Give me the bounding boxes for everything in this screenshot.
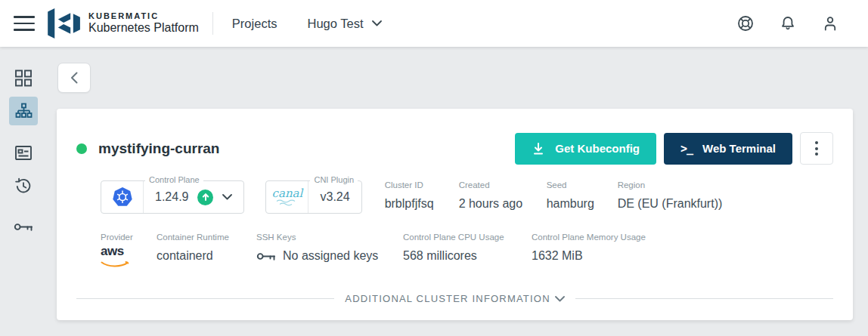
divider-line-left <box>76 298 334 299</box>
notifications-bell-icon[interactable] <box>779 14 797 32</box>
header-divider <box>212 12 213 35</box>
cluster-id-value: brblpfjfsq <box>385 197 459 211</box>
memory-usage-label: Control Plane Memory Usage <box>532 233 646 242</box>
upgrade-available-icon[interactable] <box>197 190 213 205</box>
top-bar: KUBERMATIC Kubernetes Platform Projects … <box>0 0 868 47</box>
chevron-left-icon <box>70 72 78 84</box>
help-lifebuoy-icon[interactable] <box>736 14 755 32</box>
terminal-prompt-icon: >_ <box>680 142 693 156</box>
brand-subtitle: Kubernetes Platform <box>88 21 199 35</box>
container-runtime-label: Container Runtime <box>157 233 256 242</box>
additional-info-label: ADDITIONAL CLUSTER INFORMATION <box>345 293 550 304</box>
region-value: DE (EU (Frankfurt)) <box>618 197 723 211</box>
brand-name: KUBERMATIC <box>88 11 199 21</box>
chevron-down-icon <box>555 296 565 302</box>
web-terminal-label: Web Terminal <box>702 142 776 155</box>
cni-plugin-label: CNI Plugin <box>310 175 358 184</box>
chevron-down-icon[interactable] <box>222 194 232 200</box>
aws-logo-text: aws <box>101 245 131 257</box>
created-label: Created <box>459 180 547 190</box>
ssh-keys-value: No assigned keys <box>283 249 378 263</box>
canal-waves-icon <box>275 199 299 206</box>
sidebar <box>0 47 47 336</box>
key-icon <box>256 251 276 261</box>
cluster-meta-row-2: Provider aws Container Runtime container… <box>76 233 833 271</box>
sidebar-projects-grid-icon[interactable] <box>15 69 33 87</box>
cluster-id-label: Cluster ID <box>385 180 459 190</box>
kubernetes-logo-cell <box>101 181 144 213</box>
cluster-header-row: mystifying-curran Get Kubeconfig >_ Web … <box>76 109 833 165</box>
additional-info-toggle[interactable]: ADDITIONAL CLUSTER INFORMATION <box>345 293 564 304</box>
seed-value: hamburg <box>547 197 618 211</box>
provider-field: Provider aws <box>101 233 157 271</box>
seed-label: Seed <box>547 180 618 190</box>
control-plane-version: 1.24.9 <box>155 190 188 204</box>
cluster-status-dot <box>76 143 87 154</box>
cluster-id-field: Cluster ID brblpfjfsq <box>385 180 459 211</box>
web-terminal-button[interactable]: >_ Web Terminal <box>664 133 792 165</box>
container-runtime-field: Container Runtime containerd <box>157 233 256 263</box>
control-plane-label: Control Plane <box>145 175 203 184</box>
ssh-keys-value-row: No assigned keys <box>256 249 403 263</box>
canal-logo-cell: canal <box>266 181 308 213</box>
cni-version: v3.24 <box>320 190 349 204</box>
cpu-usage-value: 568 millicores <box>403 249 532 263</box>
region-label: Region <box>618 180 723 190</box>
container-runtime-value: containerd <box>157 249 256 263</box>
sidebar-ssh-key-icon[interactable] <box>14 222 33 232</box>
sidebar-templates-panel-icon[interactable] <box>15 144 33 162</box>
back-button[interactable] <box>57 63 91 93</box>
user-account-icon[interactable] <box>821 14 839 32</box>
cluster-detail-card: mystifying-curran Get Kubeconfig >_ Web … <box>57 109 853 320</box>
project-selector-label: Hugo Test <box>307 17 363 31</box>
seed-field: Seed hamburg <box>547 180 618 211</box>
get-kubeconfig-button[interactable]: Get Kubeconfig <box>515 133 656 165</box>
created-value: 2 hours ago <box>459 197 547 211</box>
created-field: Created 2 hours ago <box>459 180 547 211</box>
download-icon <box>532 142 545 156</box>
header-actions <box>736 14 839 32</box>
control-plane-version-selector[interactable]: Control Plane <box>101 180 244 214</box>
region-field: Region DE (EU (Frankfurt)) <box>618 180 723 211</box>
memory-usage-field: Control Plane Memory Usage 1632 MiB <box>532 233 646 263</box>
clusters-tree-icon <box>15 103 33 120</box>
project-selector[interactable]: Hugo Test <box>307 17 382 31</box>
cpu-usage-field: Control Plane CPU Usage 568 millicores <box>403 233 532 263</box>
canal-logo-icon: canal <box>272 188 303 199</box>
cni-plugin-selector[interactable]: CNI Plugin canal v3.24 <box>265 180 361 214</box>
cluster-actions: Get Kubeconfig >_ Web Terminal <box>515 132 833 165</box>
cpu-usage-label: Control Plane CPU Usage <box>403 233 532 242</box>
ssh-keys-field: SSH Keys No assigned keys <box>256 233 403 263</box>
control-plane-value-cell: 1.24.9 <box>144 181 243 213</box>
get-kubeconfig-label: Get Kubeconfig <box>555 142 640 155</box>
more-options-button[interactable] <box>800 132 833 165</box>
cni-value-cell: v3.24 <box>308 181 361 213</box>
chevron-down-icon <box>372 20 382 26</box>
kubermatic-logo-icon <box>48 8 81 39</box>
aws-logo-icon: aws <box>101 245 131 271</box>
divider-line-right <box>575 298 833 299</box>
cluster-meta-row-1: Control Plane <box>76 180 833 214</box>
ssh-keys-label: SSH Keys <box>256 233 403 242</box>
content-area: mystifying-curran Get Kubeconfig >_ Web … <box>47 47 868 336</box>
brand: KUBERMATIC Kubernetes Platform <box>88 11 199 35</box>
sidebar-history-clock-icon[interactable] <box>15 177 33 195</box>
menu-icon[interactable] <box>14 16 35 31</box>
main-area: mystifying-curran Get Kubeconfig >_ Web … <box>0 47 868 336</box>
cluster-name: mystifying-curran <box>98 140 219 157</box>
additional-info-divider: ADDITIONAL CLUSTER INFORMATION <box>76 293 833 304</box>
kubernetes-icon <box>112 186 133 208</box>
memory-usage-value: 1632 MiB <box>532 249 646 263</box>
sidebar-clusters-item-selected[interactable] <box>9 97 38 125</box>
nav-projects-link[interactable]: Projects <box>232 17 277 31</box>
provider-label: Provider <box>101 233 157 242</box>
